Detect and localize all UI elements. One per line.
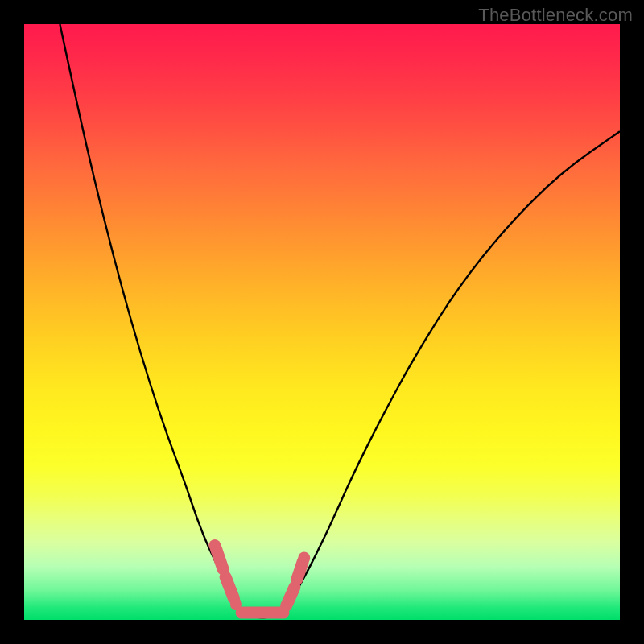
svg-line-1 — [225, 577, 233, 599]
svg-point-8 — [298, 552, 310, 564]
svg-line-0 — [216, 548, 223, 569]
watermark-text: TheBottleneck.com — [478, 5, 633, 26]
svg-point-6 — [230, 598, 242, 610]
svg-line-4 — [297, 561, 303, 579]
critical-region-highlight — [208, 539, 310, 613]
chart-plot-area — [24, 24, 620, 620]
bottleneck-curve-path — [60, 24, 620, 617]
bottleneck-curve-svg — [24, 24, 620, 620]
svg-point-7 — [280, 600, 292, 612]
svg-point-5 — [208, 539, 221, 551]
